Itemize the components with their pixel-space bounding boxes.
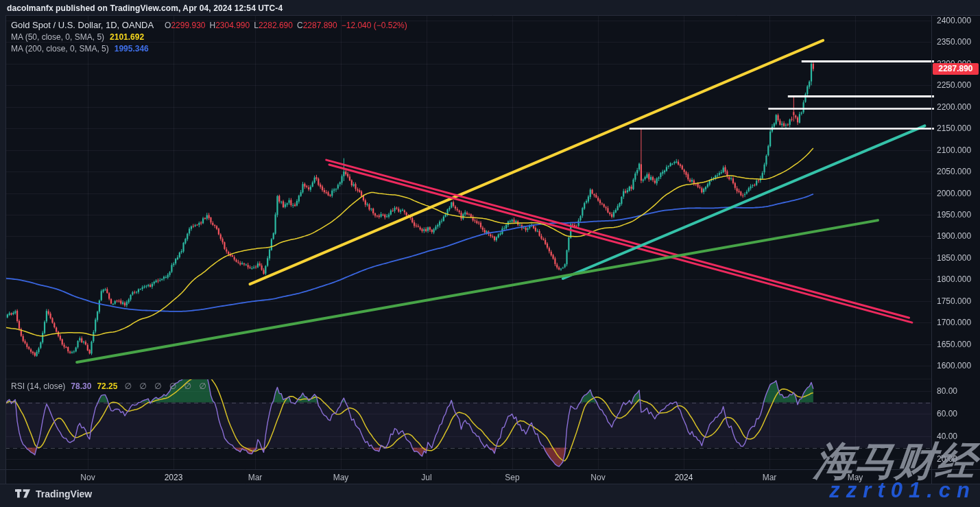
ma50-value: 2101.692	[110, 32, 144, 42]
rsi-value: 78.30	[71, 381, 91, 391]
footer: TradingView	[15, 488, 92, 499]
chart-canvas[interactable]	[0, 0, 980, 507]
tradingview-logo-icon[interactable]	[15, 489, 30, 499]
symbol-title[interactable]: Gold Spot / U.S. Dollar, 1D, OANDA	[11, 20, 154, 30]
time-axis-label: Mar	[248, 473, 263, 482]
rsi-axis-label: 80.00	[937, 386, 957, 396]
price-axis-label: 1650.000	[937, 340, 971, 349]
price-axis-label: 2350.000	[937, 37, 971, 47]
tradingview-brand[interactable]: TradingView	[36, 488, 92, 499]
time-axis-label: Sep	[505, 473, 519, 482]
price-axis-label: 2250.000	[937, 80, 971, 90]
time-axis-label: May	[333, 473, 349, 482]
close-label: C	[297, 21, 303, 30]
price-axis-label: 1900.000	[937, 231, 971, 241]
high-value: 2304.990	[215, 21, 250, 30]
price-axis-label: 1950.000	[937, 210, 971, 220]
price-axis-label: 2050.000	[937, 167, 971, 176]
price-axis-label: 1850.000	[937, 253, 971, 263]
ma50-label[interactable]: MA (50, close, 0, SMA, 5)	[11, 32, 104, 42]
symbol-row: Gold Spot / U.S. Dollar, 1D, OANDAO2299.…	[11, 20, 407, 32]
close-value: 2287.890	[303, 21, 337, 30]
price-axis-label: 2100.000	[937, 145, 971, 155]
price-axis-label: 1700.000	[937, 318, 971, 327]
rsi-axis-label: 60.00	[937, 409, 957, 418]
rsi-legend: RSI (14, close)78.3072.25∅ ∅ ∅ ∅ ∅ ∅	[11, 381, 209, 392]
ma50-row: MA (50, close, 0, SMA, 5)2101.692	[11, 32, 407, 43]
watermark-url: zzrt01.cn	[829, 478, 976, 503]
publish-text: dacolmanfx published on TradingView.com,…	[7, 3, 283, 13]
price-axis-label: 2000.000	[937, 189, 971, 198]
price-axis-label: 1600.000	[937, 361, 971, 370]
price-axis-label: 2200.000	[937, 102, 971, 112]
rsi-ma-value: 72.25	[97, 381, 117, 391]
price-axis-label: 1800.000	[937, 274, 971, 284]
open-value: 2299.930	[171, 21, 205, 30]
publish-bar: dacolmanfx published on TradingView.com,…	[7, 2, 283, 14]
ma200-row: MA (200, close, 0, SMA, 5)1995.346	[11, 43, 407, 55]
low-value: 2282.690	[259, 21, 293, 30]
last-price-label: 2287.890	[933, 63, 979, 75]
change-value: −12.040 (−0.52%)	[342, 21, 407, 30]
low-label: L	[254, 21, 259, 30]
ma200-value: 1995.346	[115, 44, 149, 54]
time-axis-label: 2023	[165, 473, 183, 482]
price-axis-label: 2400.000	[937, 16, 971, 25]
time-axis-label: Nov	[80, 473, 95, 482]
ma200-label[interactable]: MA (200, close, 0, SMA, 5)	[11, 44, 109, 54]
price-axis-label: 1750.000	[937, 296, 971, 306]
time-axis-label: 2024	[675, 473, 693, 482]
time-axis-label: Nov	[590, 473, 605, 482]
time-axis-label: Jul	[421, 473, 431, 482]
time-axis-label: Mar	[763, 473, 777, 482]
rsi-label[interactable]: RSI (14, close)	[11, 381, 65, 391]
tradingview-published-chart: dacolmanfx published on TradingView.com,…	[0, 0, 980, 507]
symbol-legend: Gold Spot / U.S. Dollar, 1D, OANDAO2299.…	[11, 20, 407, 55]
rsi-hidden-values: ∅ ∅ ∅ ∅ ∅ ∅	[124, 381, 208, 391]
price-axis-label: 2150.000	[937, 123, 971, 133]
high-label: H	[209, 21, 215, 30]
